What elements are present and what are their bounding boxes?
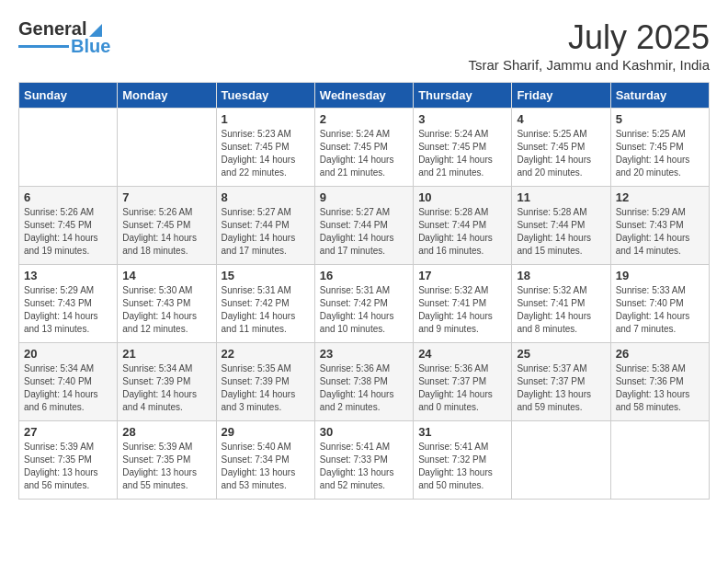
cell-content: Sunset: 7:43 PM: [616, 219, 704, 232]
logo-text-blue: Blue: [71, 36, 110, 57]
cell-content: Sunset: 7:45 PM: [418, 141, 506, 154]
calendar-cell: 1Sunrise: 5:23 AMSunset: 7:45 PMDaylight…: [216, 109, 314, 187]
cell-content: Daylight: 13 hours: [517, 388, 605, 401]
cell-content: and 16 minutes.: [418, 245, 506, 258]
day-number: 28: [122, 425, 210, 439]
cell-content: and 14 minutes.: [616, 245, 704, 258]
calendar-cell: 15Sunrise: 5:31 AMSunset: 7:42 PMDayligh…: [216, 265, 314, 343]
calendar-cell: 21Sunrise: 5:34 AMSunset: 7:39 PMDayligh…: [118, 343, 216, 421]
cell-content: Sunset: 7:45 PM: [616, 141, 704, 154]
cell-content: Sunrise: 5:32 AM: [418, 284, 506, 297]
cell-content: and 15 minutes.: [517, 245, 605, 258]
day-number: 17: [418, 269, 506, 282]
day-number: 23: [320, 347, 408, 361]
cell-content: and 22 minutes.: [222, 167, 310, 179]
day-number: 10: [418, 190, 506, 204]
cell-content: Sunrise: 5:41 AM: [320, 441, 408, 454]
calendar-cell: 25Sunrise: 5:37 AMSunset: 7:37 PMDayligh…: [512, 343, 610, 421]
cell-content: and 20 minutes.: [517, 167, 605, 179]
cell-content: and 2 minutes.: [320, 401, 408, 414]
cell-content: Sunrise: 5:27 AM: [222, 206, 310, 219]
cell-content: Daylight: 14 hours: [616, 154, 704, 167]
calendar-cell: 12Sunrise: 5:29 AMSunset: 7:43 PMDayligh…: [610, 187, 709, 265]
cell-content: Sunset: 7:40 PM: [616, 297, 704, 310]
cell-content: Daylight: 14 hours: [517, 310, 605, 323]
cell-content: and 9 minutes.: [418, 323, 506, 336]
calendar-cell: 5Sunrise: 5:25 AMSunset: 7:45 PMDaylight…: [610, 109, 709, 187]
column-header-tuesday: Tuesday: [216, 83, 314, 109]
day-number: 8: [222, 190, 310, 204]
day-number: 19: [616, 269, 704, 282]
day-number: 15: [222, 269, 310, 282]
week-row-2: 6Sunrise: 5:26 AMSunset: 7:45 PMDaylight…: [19, 187, 710, 265]
day-number: 13: [24, 269, 112, 282]
cell-content: Sunset: 7:44 PM: [418, 219, 506, 232]
cell-content: Sunrise: 5:32 AM: [517, 284, 605, 297]
cell-content: Daylight: 14 hours: [222, 388, 310, 401]
cell-content: Sunrise: 5:25 AM: [616, 128, 704, 141]
column-header-friday: Friday: [512, 83, 610, 109]
cell-content: Sunset: 7:44 PM: [320, 219, 408, 232]
column-header-saturday: Saturday: [610, 83, 709, 109]
calendar-cell: [118, 109, 216, 187]
calendar-cell: 7Sunrise: 5:26 AMSunset: 7:45 PMDaylight…: [118, 187, 216, 265]
cell-content: and 11 minutes.: [222, 323, 310, 336]
cell-content: and 8 minutes.: [517, 323, 605, 336]
cell-content: Sunset: 7:38 PM: [320, 375, 408, 388]
header-row: SundayMondayTuesdayWednesdayThursdayFrid…: [19, 83, 710, 109]
cell-content: Daylight: 13 hours: [122, 466, 210, 479]
cell-content: and 17 minutes.: [320, 245, 408, 258]
day-number: 1: [222, 112, 310, 126]
cell-content: Sunrise: 5:39 AM: [24, 441, 112, 454]
day-number: 27: [24, 425, 112, 439]
cell-content: Sunset: 7:33 PM: [320, 454, 408, 466]
cell-content: Sunrise: 5:34 AM: [122, 362, 210, 375]
cell-content: and 3 minutes.: [222, 401, 310, 414]
cell-content: Daylight: 14 hours: [24, 232, 112, 245]
cell-content: and 19 minutes.: [24, 245, 112, 258]
cell-content: Daylight: 14 hours: [517, 232, 605, 245]
day-number: 24: [418, 347, 506, 361]
cell-content: Sunrise: 5:25 AM: [517, 128, 605, 141]
cell-content: Daylight: 14 hours: [418, 232, 506, 245]
day-number: 12: [616, 190, 704, 204]
calendar-cell: 11Sunrise: 5:28 AMSunset: 7:44 PMDayligh…: [512, 187, 610, 265]
cell-content: Sunrise: 5:37 AM: [517, 362, 605, 375]
cell-content: and 10 minutes.: [320, 323, 408, 336]
calendar-cell: 23Sunrise: 5:36 AMSunset: 7:38 PMDayligh…: [314, 343, 413, 421]
calendar-cell: 6Sunrise: 5:26 AMSunset: 7:45 PMDaylight…: [19, 187, 118, 265]
cell-content: Daylight: 14 hours: [418, 154, 506, 167]
calendar-cell: 10Sunrise: 5:28 AMSunset: 7:44 PMDayligh…: [414, 187, 512, 265]
cell-content: Sunset: 7:42 PM: [222, 297, 310, 310]
cell-content: Sunset: 7:34 PM: [222, 454, 310, 466]
column-header-sunday: Sunday: [19, 83, 118, 109]
cell-content: Daylight: 14 hours: [616, 310, 704, 323]
calendar-cell: [610, 421, 709, 500]
cell-content: Daylight: 14 hours: [320, 154, 408, 167]
cell-content: and 55 minutes.: [122, 479, 210, 492]
cell-content: Daylight: 13 hours: [616, 388, 704, 401]
cell-content: Sunset: 7:41 PM: [517, 297, 605, 310]
cell-content: Daylight: 14 hours: [24, 388, 112, 401]
calendar-cell: 27Sunrise: 5:39 AMSunset: 7:35 PMDayligh…: [19, 421, 118, 500]
calendar-cell: 26Sunrise: 5:38 AMSunset: 7:36 PMDayligh…: [610, 343, 709, 421]
day-number: 25: [517, 347, 605, 361]
calendar-cell: 14Sunrise: 5:30 AMSunset: 7:43 PMDayligh…: [118, 265, 216, 343]
cell-content: Sunrise: 5:40 AM: [222, 441, 310, 454]
cell-content: Sunset: 7:32 PM: [418, 454, 506, 466]
title-block: July 2025 Tsrar Sharif, Jammu and Kashmi…: [468, 18, 710, 73]
day-number: 22: [222, 347, 310, 361]
month-year: July 2025: [468, 18, 710, 57]
cell-content: Sunrise: 5:24 AM: [320, 128, 408, 141]
calendar-cell: 24Sunrise: 5:36 AMSunset: 7:37 PMDayligh…: [414, 343, 512, 421]
cell-content: and 4 minutes.: [122, 401, 210, 414]
cell-content: and 0 minutes.: [418, 401, 506, 414]
cell-content: Sunrise: 5:39 AM: [122, 441, 210, 454]
calendar-cell: [512, 421, 610, 500]
calendar-cell: 3Sunrise: 5:24 AMSunset: 7:45 PMDaylight…: [414, 109, 512, 187]
cell-content: Sunset: 7:45 PM: [320, 141, 408, 154]
calendar-cell: 17Sunrise: 5:32 AMSunset: 7:41 PMDayligh…: [414, 265, 512, 343]
calendar-cell: [19, 109, 118, 187]
week-row-3: 13Sunrise: 5:29 AMSunset: 7:43 PMDayligh…: [19, 265, 710, 343]
cell-content: Sunrise: 5:34 AM: [24, 362, 112, 375]
